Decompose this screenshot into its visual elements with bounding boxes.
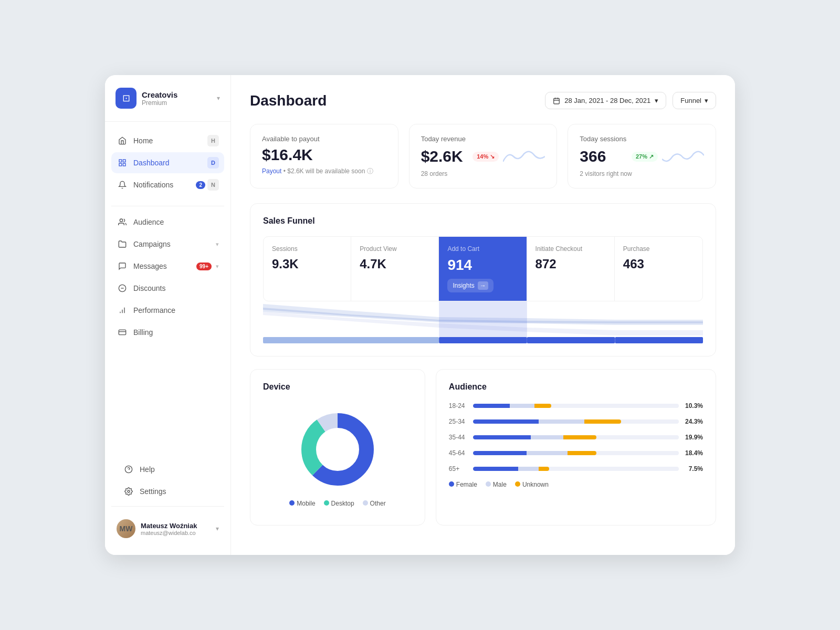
svg-point-11	[128, 490, 130, 492]
svg-rect-12	[554, 98, 560, 104]
calendar-icon	[553, 97, 560, 104]
user-chevron-icon: ▾	[216, 525, 219, 532]
brand[interactable]: ⊡ Creatovis Premium ▾	[105, 88, 230, 122]
legend-unknown: Unknown	[515, 481, 549, 488]
sidebar-item-discounts[interactable]: Discounts	[111, 278, 224, 299]
funnel-col-purchase: Purchase 463	[615, 237, 702, 301]
funnel-col-checkout: Initiate Checkout 872	[527, 237, 615, 301]
audience-row-18-24: 18-24 10.3%	[449, 402, 703, 410]
sidebar-shortcut-dashboard: D	[207, 157, 219, 169]
device-card: Device Mobile Desktop Other	[250, 369, 425, 526]
stat-label-payout: Available to payout	[262, 135, 386, 143]
stat-label-sessions: Today sessions	[580, 135, 704, 143]
page-title: Dashboard	[250, 92, 327, 109]
audience-pct-65plus: 7.5%	[684, 465, 703, 472]
payout-link[interactable]: Payout	[262, 167, 281, 175]
stat-sub-sessions: 2 visitors right now	[580, 170, 704, 177]
svg-rect-7	[119, 330, 125, 334]
svg-point-4	[120, 219, 122, 222]
home-icon	[117, 135, 128, 146]
info-icon: ⓘ	[367, 167, 373, 175]
audience-row-35-44: 35-44 19.9%	[449, 434, 703, 441]
sidebar-item-dashboard[interactable]: Dashboard D	[111, 152, 224, 173]
performance-icon	[117, 304, 128, 316]
sidebar-item-notifications[interactable]: Notifications 2 N	[111, 174, 224, 195]
sidebar-item-messages[interactable]: Messages 99+ ▾	[111, 256, 224, 277]
messages-chevron-icon: ▾	[216, 263, 219, 270]
insights-arrow-icon: →	[478, 281, 488, 290]
brand-chevron-icon: ▾	[217, 94, 220, 102]
sidebar-item-messages-label: Messages	[133, 262, 196, 270]
campaigns-chevron-icon: ▾	[216, 241, 219, 248]
insights-label: Insights	[453, 282, 474, 289]
audience-age-45-64: 45-64	[449, 449, 468, 457]
stat-value-payout: $16.4K	[262, 146, 386, 164]
insights-button[interactable]: Insights →	[447, 279, 493, 292]
brand-icon: ⊡	[116, 88, 136, 109]
notifications-badge: 2	[196, 181, 205, 189]
legend-other: Other	[363, 500, 386, 507]
funnel-col-purchase-value: 463	[623, 257, 694, 271]
nav-divider	[111, 206, 224, 206]
audience-row-25-34: 25-34 24.3%	[449, 418, 703, 425]
svg-rect-2	[123, 163, 125, 166]
funnel-col-addtocart-label: Add to Cart	[447, 245, 518, 253]
messages-badge: 99+	[196, 262, 212, 270]
sidebar-item-audience-label: Audience	[133, 218, 219, 226]
sidebar-item-performance[interactable]: Performance	[111, 300, 224, 321]
sidebar-item-help-label: Help	[140, 465, 213, 474]
sidebar: ⊡ Creatovis Premium ▾ Home H Dashboard D	[105, 75, 231, 555]
svg-rect-1	[123, 160, 125, 162]
stats-row: Available to payout $16.4K Payout • $2.6…	[250, 124, 716, 188]
funnel-chevron-icon: ▾	[705, 97, 708, 104]
sidebar-item-billing[interactable]: Billing	[111, 322, 224, 343]
funnel-col-sessions: Sessions 9.3K	[264, 237, 351, 301]
user-email: mateusz@widelab.co	[141, 530, 216, 536]
settings-icon	[123, 486, 134, 497]
sidebar-item-home-label: Home	[133, 136, 207, 145]
dashboard-icon	[117, 157, 128, 169]
discounts-icon	[117, 282, 128, 294]
sidebar-item-campaigns-label: Campaigns	[133, 240, 214, 248]
audience-pct-25-34: 24.3%	[684, 418, 703, 425]
campaigns-icon	[117, 238, 128, 250]
funnel-columns: Sessions 9.3K Product View 4.7K Add to C…	[263, 236, 703, 301]
stat-card-sessions: Today sessions 366 27% ↗ 2 visitors righ…	[568, 124, 716, 188]
stat-sub-payout: Payout • $2.6K will be available soon ⓘ	[262, 167, 386, 176]
sidebar-shortcut-notifications: N	[207, 179, 219, 191]
sidebar-item-discounts-label: Discounts	[133, 284, 219, 292]
audience-age-18-24: 18-24	[449, 402, 468, 410]
stat-card-payout: Available to payout $16.4K Payout • $2.6…	[250, 124, 398, 188]
date-picker-button[interactable]: 28 Jan, 2021 - 28 Dec, 2021 ▾	[545, 92, 666, 109]
date-range-label: 28 Jan, 2021 - 28 Dec, 2021	[564, 97, 650, 104]
funnel-col-sessions-value: 9.3K	[272, 257, 342, 271]
main-content: Dashboard 28 Jan, 2021 - 28 Dec, 2021 ▾ …	[231, 75, 735, 555]
stat-value-revenue: $2.6K	[421, 148, 463, 165]
sidebar-item-campaigns[interactable]: Campaigns ▾	[111, 234, 224, 255]
audience-pct-35-44: 19.9%	[684, 434, 703, 441]
sidebar-item-audience[interactable]: Audience	[111, 212, 224, 233]
audience-card: Audience 18-24 10.3%	[436, 369, 716, 526]
sidebar-item-home[interactable]: Home H	[111, 130, 224, 151]
svg-rect-3	[119, 163, 122, 166]
sidebar-item-dashboard-label: Dashboard	[133, 159, 207, 167]
user-profile[interactable]: MW Mateusz Woźniak mateusz@widelab.co ▾	[111, 515, 224, 542]
main-header: Dashboard 28 Jan, 2021 - 28 Dec, 2021 ▾ …	[250, 92, 716, 109]
sidebar-item-settings-label: Settings	[140, 487, 213, 496]
funnel-button[interactable]: Funnel ▾	[673, 92, 716, 109]
funnel-col-productview-value: 4.7K	[360, 257, 430, 271]
audience-age-25-34: 25-34	[449, 418, 468, 425]
sidebar-item-help[interactable]: Help	[118, 459, 218, 480]
bottom-row: Device Mobile Desktop Other	[250, 369, 716, 538]
audience-age-35-44: 35-44	[449, 434, 468, 441]
messages-icon	[117, 260, 128, 272]
legend-desktop: Desktop	[324, 500, 354, 507]
sidebar-item-settings[interactable]: Settings	[118, 481, 218, 502]
funnel-col-productview-label: Product View	[360, 245, 430, 253]
sidebar-item-billing-label: Billing	[133, 328, 219, 337]
sales-funnel-card: Sales Funnel Sessions 9.3K Product View …	[250, 203, 716, 356]
sessions-badge: 27% ↗	[632, 152, 658, 162]
sales-funnel-title: Sales Funnel	[263, 216, 703, 226]
audience-pct-45-64: 18.4%	[684, 449, 703, 457]
funnel-label: Funnel	[680, 97, 701, 104]
